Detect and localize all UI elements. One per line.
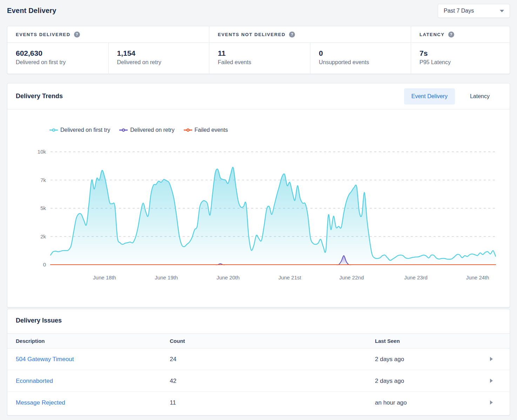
x-axis-label: June 21st bbox=[269, 275, 311, 280]
legend-item-retry[interactable]: Delivered on retry bbox=[119, 127, 174, 133]
stat-cell-failed: 11 Failed events bbox=[209, 43, 310, 74]
group-header: EVENTS NOT DELIVERED ? bbox=[209, 26, 411, 43]
x-axis-label: June 24th bbox=[457, 275, 499, 280]
legend-line-dot-icon bbox=[49, 128, 58, 132]
column-header-last-seen: Last Seen bbox=[375, 338, 490, 344]
issue-link[interactable]: Message Rejected bbox=[16, 399, 65, 406]
help-icon[interactable]: ? bbox=[289, 32, 295, 38]
stat-group-latency: LATENCY ? 7s P95 Latency bbox=[411, 26, 510, 74]
chevron-right-icon[interactable] bbox=[490, 400, 493, 405]
issues-title-row: Delivery Issues bbox=[7, 309, 510, 324]
trends-tab-group: Event Delivery Latency bbox=[404, 88, 497, 104]
last-seen-cell: 2 days ago bbox=[375, 356, 490, 363]
count-cell: 24 bbox=[170, 356, 375, 363]
tab-latency[interactable]: Latency bbox=[463, 88, 497, 104]
stat-value: 0 bbox=[319, 49, 402, 58]
x-axis-label: June 23rd bbox=[395, 275, 437, 280]
help-icon[interactable]: ? bbox=[74, 32, 80, 38]
time-range-selected: Past 7 Days bbox=[444, 8, 474, 14]
legend-label: Failed events bbox=[195, 127, 228, 133]
count-cell: 11 bbox=[170, 399, 375, 406]
top-bar: Event Delivery Past 7 Days bbox=[7, 0, 510, 21]
stat-group-events-not-delivered: EVENTS NOT DELIVERED ? 11 Failed events … bbox=[209, 26, 411, 74]
time-range-dropdown[interactable]: Past 7 Days bbox=[438, 4, 510, 18]
group-body: 602,630 Delivered on first try 1,154 Del… bbox=[7, 43, 209, 74]
column-header-count: Count bbox=[170, 338, 375, 344]
stat-group-events-delivered: EVENTS DELIVERED ? 602,630 Delivered on … bbox=[7, 26, 209, 74]
stat-value: 1,154 bbox=[117, 49, 201, 58]
column-header-description: Description bbox=[16, 338, 170, 344]
stat-value: 602,630 bbox=[16, 49, 100, 58]
x-axis-label: June 20th bbox=[207, 275, 249, 280]
group-body: 11 Failed events 0 Unsupported events bbox=[209, 43, 411, 74]
legend-item-first-try[interactable]: Delivered on first try bbox=[49, 127, 110, 133]
last-seen-cell: an hour ago bbox=[375, 399, 490, 406]
y-axis-label: 5k bbox=[21, 205, 46, 212]
group-label: EVENTS NOT DELIVERED bbox=[218, 32, 286, 37]
stat-caption: Failed events bbox=[218, 59, 302, 66]
stat-caption: Delivered on retry bbox=[117, 59, 201, 66]
chevron-right-icon[interactable] bbox=[490, 379, 493, 383]
stat-cell-p95-latency: 7s P95 Latency bbox=[411, 43, 510, 74]
stat-cell-unsupported: 0 Unsupported events bbox=[310, 43, 411, 74]
trends-header: Delivery Trends Event Delivery Latency bbox=[7, 83, 510, 109]
help-icon[interactable]: ? bbox=[448, 32, 454, 38]
tab-event-delivery[interactable]: Event Delivery bbox=[404, 88, 455, 104]
series-first-try-area bbox=[51, 167, 496, 265]
group-header: EVENTS DELIVERED ? bbox=[7, 26, 209, 43]
delivery-trends-card: Delivery Trends Event Delivery Latency D… bbox=[7, 83, 510, 307]
chevron-down-icon bbox=[500, 10, 504, 12]
y-axis-label: 7k bbox=[21, 177, 46, 184]
legend-label: Delivered on retry bbox=[130, 127, 174, 133]
legend-line-dot-icon bbox=[184, 128, 192, 132]
trends-title: Delivery Trends bbox=[16, 93, 63, 100]
last-seen-cell: 2 days ago bbox=[375, 378, 490, 385]
table-row[interactable]: 504 Gateway Timeout 24 2 days ago bbox=[7, 348, 510, 370]
y-axis-label: 0 bbox=[21, 261, 46, 268]
stat-cell-retry: 1,154 Delivered on retry bbox=[108, 43, 209, 74]
stat-caption: Unsupported events bbox=[319, 59, 402, 66]
table-row[interactable]: Econnaborted 42 2 days ago bbox=[7, 370, 510, 392]
event-delivery-page: Event Delivery Past 7 Days EVENTS DELIVE… bbox=[0, 0, 517, 415]
issues-title: Delivery Issues bbox=[16, 317, 501, 324]
chevron-right-icon[interactable] bbox=[490, 357, 493, 361]
group-label: EVENTS DELIVERED bbox=[16, 32, 70, 37]
issue-link[interactable]: Econnaborted bbox=[16, 378, 53, 384]
legend-line-dot-icon bbox=[119, 128, 128, 132]
stat-value: 11 bbox=[218, 49, 302, 58]
group-label: LATENCY bbox=[419, 32, 445, 37]
chart-plot bbox=[51, 151, 496, 265]
stat-caption: Delivered on first try bbox=[16, 59, 100, 66]
table-row[interactable]: Message Rejected 11 an hour ago bbox=[7, 392, 510, 414]
issue-link[interactable]: 504 Gateway Timeout bbox=[16, 356, 74, 363]
x-axis-label: June 19th bbox=[145, 275, 187, 280]
group-header: LATENCY ? bbox=[411, 26, 510, 43]
count-cell: 42 bbox=[170, 378, 375, 385]
issues-table-header: Description Count Last Seen bbox=[7, 333, 510, 348]
stat-value: 7s bbox=[419, 49, 501, 58]
legend-label: Delivered on first try bbox=[60, 127, 110, 133]
group-body: 7s P95 Latency bbox=[411, 43, 510, 74]
x-axis-label: June 18th bbox=[83, 275, 126, 280]
stat-caption: P95 Latency bbox=[419, 59, 501, 66]
stat-cell-first-try: 602,630 Delivered on first try bbox=[7, 43, 108, 74]
y-axis-label: 10k bbox=[21, 148, 46, 155]
y-axis-label: 2k bbox=[21, 233, 46, 240]
delivery-issues-card: Delivery Issues Description Count Last S… bbox=[7, 309, 510, 415]
issues-table: Description Count Last Seen 504 Gateway … bbox=[7, 333, 510, 414]
page-title: Event Delivery bbox=[7, 7, 56, 15]
x-axis-label: June 22nd bbox=[330, 275, 372, 280]
legend-item-failed[interactable]: Failed events bbox=[184, 127, 228, 133]
stats-card: EVENTS DELIVERED ? 602,630 Delivered on … bbox=[7, 26, 510, 74]
chart-legend: Delivered on first try Delivered on retr… bbox=[49, 127, 228, 133]
